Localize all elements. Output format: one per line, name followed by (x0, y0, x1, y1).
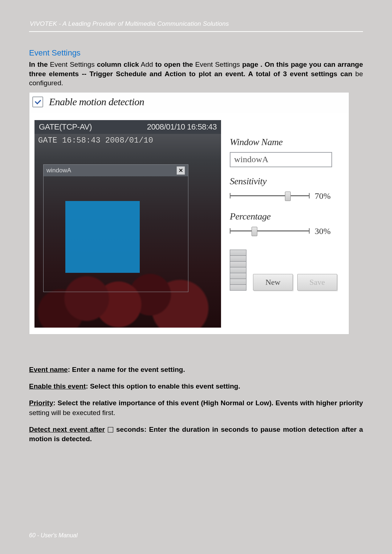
detection-window-name: windowA (46, 167, 71, 174)
preview-title-left: GATE(TCP-AV) (39, 122, 92, 132)
new-button[interactable]: New (253, 274, 293, 291)
preview-image: GATE 16:58:43 2008/01/10 windowA ✕ (34, 134, 221, 328)
level-meter (230, 250, 246, 291)
sensitivity-knob[interactable] (285, 192, 291, 201)
button-row: New Save (253, 274, 337, 291)
app-body: GATE(TCP-AV) 2008/01/10 16:58:43 GATE 16… (29, 113, 349, 334)
close-icon[interactable]: ✕ (176, 166, 185, 175)
sensitivity-row: 70% (230, 191, 344, 201)
detection-window[interactable]: windowA ✕ (43, 164, 188, 292)
content-area: Event Settings In the Event Settings col… (29, 32, 363, 444)
percentage-knob[interactable] (252, 227, 257, 236)
sensitivity-label: Sensitivity (230, 176, 344, 187)
body-text: Event name: Enter a name for the event s… (29, 365, 363, 444)
motion-detection-screenshot: Enable motion detection GATE(TCP-AV) 200… (29, 92, 349, 335)
window-name-label: Window Name (230, 137, 344, 148)
preview-titlebar: GATE(TCP-AV) 2008/01/10 16:58:43 (34, 120, 221, 134)
preview-overlay-text: GATE 16:58:43 2008/01/10 (38, 136, 153, 145)
camera-preview: GATE(TCP-AV) 2008/01/10 16:58:43 GATE 16… (34, 120, 221, 328)
save-button[interactable]: Save (297, 274, 337, 291)
sensitivity-value: 70% (315, 191, 331, 201)
percentage-slider[interactable] (230, 227, 310, 235)
sensitivity-slider[interactable] (230, 192, 310, 200)
percentage-value: 30% (315, 226, 331, 236)
section-heading: Event Settings (29, 48, 363, 58)
detection-window-caption: windowA ✕ (44, 165, 188, 176)
enable-motion-checkbox[interactable] (32, 97, 43, 107)
page-footer: 60 - User's Manual (29, 532, 78, 539)
enable-motion-label: Enable motion detection (49, 96, 144, 108)
detection-highlight (65, 201, 140, 273)
percentage-label: Percentage (230, 211, 344, 222)
percentage-row: 30% (230, 226, 344, 236)
check-icon (34, 98, 41, 104)
document-page: VIVOTEK - A Leading Provider of Multimed… (0, 0, 392, 554)
header-bar: VIVOTEK - A Leading Provider of Multimed… (29, 18, 363, 32)
blank-box-icon (108, 427, 113, 432)
preview-title-right: 2008/01/10 16:58:43 (147, 122, 217, 132)
enable-motion-row: Enable motion detection (29, 93, 349, 113)
controls-bottom-row: New Save (230, 246, 344, 291)
controls-panel: Window Name windowA Sensitivity 70% Perc… (230, 120, 344, 328)
intro-paragraph: In the Event Settings column click Add t… (29, 60, 363, 88)
window-name-input[interactable]: windowA (230, 152, 332, 167)
